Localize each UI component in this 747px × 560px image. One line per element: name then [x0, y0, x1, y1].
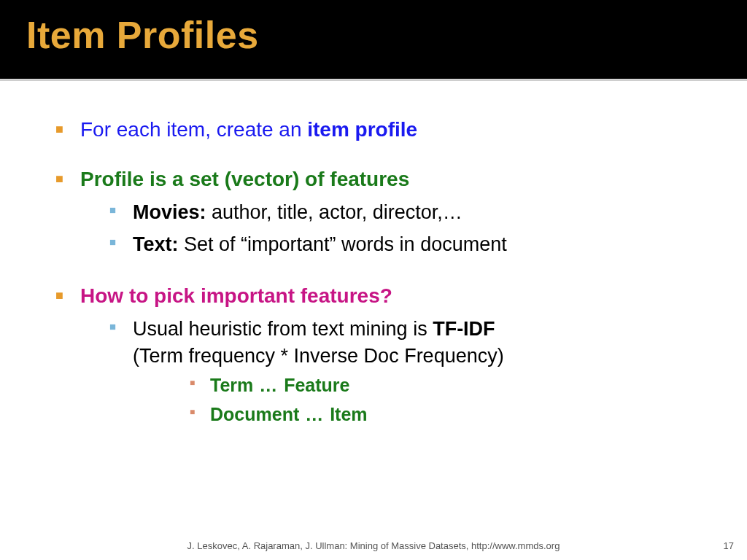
- text-line2: (Term frequency * Inverse Doc Frequency): [133, 345, 504, 367]
- text: For each item, create an: [80, 118, 307, 141]
- ellipsis: …: [299, 404, 330, 424]
- text: Profile is a set (vector) of features: [80, 168, 409, 190]
- ellipsis: …: [253, 375, 284, 395]
- sub-tfidf: Usual heuristic from text mining is TF-I…: [80, 316, 703, 427]
- text: Usual heuristic from text mining is: [133, 318, 433, 340]
- sub-term-feature: Term … Feature: [133, 373, 703, 398]
- text-bold: item profile: [307, 118, 417, 141]
- bullet-item-profile: For each item, create an item profile: [55, 116, 703, 144]
- label: Text:: [133, 233, 179, 255]
- text-bold: TF-IDF: [433, 318, 495, 340]
- slide-content: For each item, create an item profile Pr…: [0, 81, 747, 427]
- text: author, title, actor, director,…: [206, 201, 462, 223]
- slide-title: Item Profiles: [26, 13, 721, 57]
- text: How to pick important features?: [80, 284, 392, 307]
- term-b: Item: [330, 404, 367, 424]
- sub-doc-item: Document … Item: [133, 402, 703, 427]
- page-number: 17: [724, 540, 734, 551]
- bullet-how-pick: How to pick important features? Usual he…: [55, 282, 703, 427]
- slide-header: Item Profiles: [0, 0, 747, 79]
- term-b: Feature: [284, 375, 349, 395]
- sub-text: Text: Set of “important” words in docume…: [80, 231, 703, 257]
- term-a: Term: [210, 375, 253, 395]
- text: Set of “important” words in document: [179, 233, 507, 255]
- bullet-profile-features: Profile is a set (vector) of features Mo…: [55, 166, 703, 258]
- footer-citation: J. Leskovec, A. Rajaraman, J. Ullman: Mi…: [0, 540, 747, 551]
- label: Movies:: [133, 201, 206, 223]
- term-a: Document: [210, 404, 299, 424]
- slide-footer: J. Leskovec, A. Rajaraman, J. Ullman: Mi…: [0, 540, 747, 551]
- sub-movies: Movies: author, title, actor, director,…: [80, 199, 703, 225]
